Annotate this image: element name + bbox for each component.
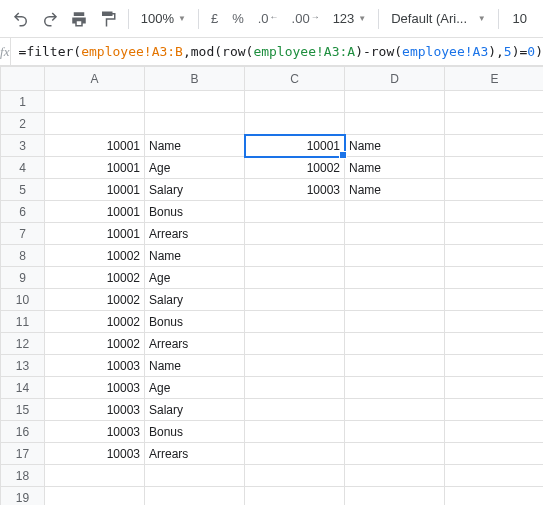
currency-button[interactable]: £: [205, 6, 224, 32]
cell-B1[interactable]: [145, 91, 245, 113]
cell-D14[interactable]: [345, 377, 445, 399]
cell-C2[interactable]: [245, 113, 345, 135]
cell-B6[interactable]: Bonus: [145, 201, 245, 223]
cell-A13[interactable]: 10003: [45, 355, 145, 377]
row-header[interactable]: 14: [1, 377, 45, 399]
cell-A16[interactable]: 10003: [45, 421, 145, 443]
row-header[interactable]: 10: [1, 289, 45, 311]
paint-format-button[interactable]: [95, 6, 122, 32]
cell-E2[interactable]: [445, 113, 544, 135]
row-header[interactable]: 6: [1, 201, 45, 223]
cell-E15[interactable]: [445, 399, 544, 421]
cell-A5[interactable]: 10001: [45, 179, 145, 201]
cell-E13[interactable]: [445, 355, 544, 377]
cell-D1[interactable]: [345, 91, 445, 113]
row-header[interactable]: 15: [1, 399, 45, 421]
cell-D16[interactable]: [345, 421, 445, 443]
cell-B8[interactable]: Name: [145, 245, 245, 267]
cell-A7[interactable]: 10001: [45, 223, 145, 245]
cell-C17[interactable]: [245, 443, 345, 465]
cell-E10[interactable]: [445, 289, 544, 311]
cell-B18[interactable]: [145, 465, 245, 487]
cell-B12[interactable]: Arrears: [145, 333, 245, 355]
decrease-decimal-button[interactable]: .0 ←: [252, 6, 284, 32]
increase-decimal-button[interactable]: .00 →: [286, 6, 325, 32]
cell-A10[interactable]: 10002: [45, 289, 145, 311]
cell-E9[interactable]: [445, 267, 544, 289]
cell-E16[interactable]: [445, 421, 544, 443]
row-header[interactable]: 19: [1, 487, 45, 506]
cell-D12[interactable]: [345, 333, 445, 355]
cell-C13[interactable]: [245, 355, 345, 377]
row-header[interactable]: 16: [1, 421, 45, 443]
cell-E5[interactable]: [445, 179, 544, 201]
cell-C7[interactable]: [245, 223, 345, 245]
cell-D10[interactable]: [345, 289, 445, 311]
row-header[interactable]: 12: [1, 333, 45, 355]
row-header[interactable]: 1: [1, 91, 45, 113]
cell-C14[interactable]: [245, 377, 345, 399]
row-header[interactable]: 11: [1, 311, 45, 333]
col-header-B[interactable]: B: [145, 67, 245, 91]
cell-B17[interactable]: Arrears: [145, 443, 245, 465]
cell-D3[interactable]: Name: [345, 135, 445, 157]
cell-E8[interactable]: [445, 245, 544, 267]
cell-B15[interactable]: Salary: [145, 399, 245, 421]
cell-C4[interactable]: 10002: [245, 157, 345, 179]
cell-D19[interactable]: [345, 487, 445, 506]
cell-E1[interactable]: [445, 91, 544, 113]
cell-E17[interactable]: [445, 443, 544, 465]
row-header[interactable]: 7: [1, 223, 45, 245]
row-header[interactable]: 5: [1, 179, 45, 201]
cell-A3[interactable]: 10001: [45, 135, 145, 157]
cell-A4[interactable]: 10001: [45, 157, 145, 179]
cell-D7[interactable]: [345, 223, 445, 245]
cell-D5[interactable]: Name: [345, 179, 445, 201]
font-size-field[interactable]: 10: [505, 6, 535, 32]
cell-D15[interactable]: [345, 399, 445, 421]
cell-D2[interactable]: [345, 113, 445, 135]
zoom-dropdown[interactable]: 100% ▼: [135, 6, 192, 32]
col-header-A[interactable]: A: [45, 67, 145, 91]
cell-B7[interactable]: Arrears: [145, 223, 245, 245]
row-header[interactable]: 2: [1, 113, 45, 135]
cell-E7[interactable]: [445, 223, 544, 245]
cell-B16[interactable]: Bonus: [145, 421, 245, 443]
cell-A8[interactable]: 10002: [45, 245, 145, 267]
cell-E11[interactable]: [445, 311, 544, 333]
cell-A15[interactable]: 10003: [45, 399, 145, 421]
cell-C9[interactable]: [245, 267, 345, 289]
row-header[interactable]: 18: [1, 465, 45, 487]
cell-E14[interactable]: [445, 377, 544, 399]
cell-C5[interactable]: 10003: [245, 179, 345, 201]
cell-D18[interactable]: [345, 465, 445, 487]
cell-D4[interactable]: Name: [345, 157, 445, 179]
col-header-D[interactable]: D: [345, 67, 445, 91]
cell-A11[interactable]: 10002: [45, 311, 145, 333]
cell-B2[interactable]: [145, 113, 245, 135]
cell-C19[interactable]: [245, 487, 345, 506]
formula-input[interactable]: =filter(employee!A3:B,mod(row(employee!A…: [11, 44, 543, 59]
percent-button[interactable]: %: [226, 6, 250, 32]
cell-A14[interactable]: 10003: [45, 377, 145, 399]
row-header[interactable]: 13: [1, 355, 45, 377]
row-header[interactable]: 9: [1, 267, 45, 289]
font-dropdown[interactable]: Default (Ari... ▼: [385, 6, 491, 32]
cell-C12[interactable]: [245, 333, 345, 355]
cell-D9[interactable]: [345, 267, 445, 289]
cell-E18[interactable]: [445, 465, 544, 487]
cell-A12[interactable]: 10002: [45, 333, 145, 355]
cell-C1[interactable]: [245, 91, 345, 113]
cell-D13[interactable]: [345, 355, 445, 377]
cell-E6[interactable]: [445, 201, 544, 223]
cell-A18[interactable]: [45, 465, 145, 487]
row-header[interactable]: 4: [1, 157, 45, 179]
cell-C6[interactable]: [245, 201, 345, 223]
cell-B9[interactable]: Age: [145, 267, 245, 289]
cell-B11[interactable]: Bonus: [145, 311, 245, 333]
cell-B5[interactable]: Salary: [145, 179, 245, 201]
cell-E4[interactable]: [445, 157, 544, 179]
cell-C15[interactable]: [245, 399, 345, 421]
cell-E12[interactable]: [445, 333, 544, 355]
row-header[interactable]: 17: [1, 443, 45, 465]
